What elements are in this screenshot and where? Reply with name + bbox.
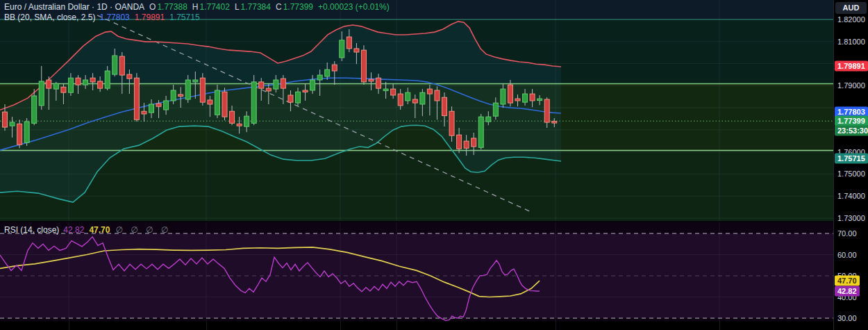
candle-down (222, 88, 227, 120)
chart-window: Euro / Australian Dollar · 1D · OANDAO1.… (0, 0, 868, 330)
bb-lower-value: 1.75715 (169, 13, 199, 22)
price-axis-label: 1.79000 (837, 81, 865, 90)
change-value: +0.00023 (+0.01%) (318, 2, 390, 12)
time-grid-tick (397, 321, 397, 330)
candle-down (17, 119, 22, 148)
time-grid-tick (69, 321, 69, 330)
high-label: H (192, 2, 199, 12)
bb-indicator-label[interactable]: BB (20, SMA, close, 2.5) (4, 13, 95, 22)
bb-lower-badge: 1.75715 (835, 153, 868, 163)
close-value: 1.77399 (283, 2, 313, 12)
symbol-title[interactable]: Euro / Australian Dollar · 1D · OANDA (4, 2, 144, 12)
rsi-chart-canvas[interactable] (0, 222, 833, 321)
countdown-badge: 23:53:30 (835, 126, 868, 136)
low-value: 1.77384 (241, 2, 271, 12)
close-label: C (276, 2, 282, 12)
open-value: 1.77388 (157, 2, 187, 12)
time-axis[interactable] (0, 321, 833, 330)
candle-down (361, 45, 366, 85)
main-legend: Euro / Australian Dollar · 1D · OANDAO1.… (4, 2, 390, 23)
candle-up (478, 114, 483, 149)
price-chart-canvas[interactable] (0, 0, 833, 221)
price-axis-label: 1.75000 (837, 170, 865, 178)
rsi-legend: RSI (14, close)42.8247.70∅ ∅ ∅ ∅ (4, 225, 171, 235)
time-grid-tick (556, 321, 556, 330)
rsi-value: 42.82 (63, 225, 84, 235)
candle-up (251, 75, 256, 125)
bb-upper-badge: 1.79891 (835, 61, 868, 72)
time-grid-tick (206, 321, 207, 330)
rsi-axis-label: 70.00 (837, 229, 857, 238)
candle-down (200, 73, 205, 106)
candle-up (24, 118, 29, 146)
price-axis-label: 1.73000 (837, 214, 865, 222)
last-price-badge: 1.77399 (835, 116, 868, 126)
candle-down (134, 73, 139, 122)
price-axis[interactable]: AUD 1.820001.810001.790001.760001.750001… (833, 0, 868, 330)
rsi-ma-value: 47.70 (89, 225, 110, 235)
rsi-indicator-label[interactable]: RSI (14, close) (4, 225, 59, 235)
currency-toggle-button[interactable]: AUD (835, 2, 867, 14)
rsi-hidden-values: ∅ ∅ ∅ ∅ (115, 225, 171, 235)
background-zone-2 (0, 150, 833, 221)
rsi-ma-badge: 47.70 (835, 276, 860, 286)
price-axis-label: 1.81000 (837, 38, 865, 46)
price-axis-label: 1.74000 (837, 192, 865, 200)
rsi-axis-label: 30.00 (837, 314, 857, 322)
rsi-axis-label: 60.00 (837, 251, 857, 259)
time-grid-tick (719, 321, 720, 330)
high-value: 1.77402 (199, 2, 229, 12)
time-grid-tick (340, 321, 341, 330)
price-axis-label: 1.82000 (837, 15, 865, 24)
bb-upper-value: 1.79891 (135, 13, 165, 22)
open-label: O (149, 2, 156, 12)
low-label: L (235, 2, 240, 12)
rsi-value-badge: 42.82 (835, 286, 860, 296)
bb-basis-value: 1.77803 (99, 13, 129, 22)
